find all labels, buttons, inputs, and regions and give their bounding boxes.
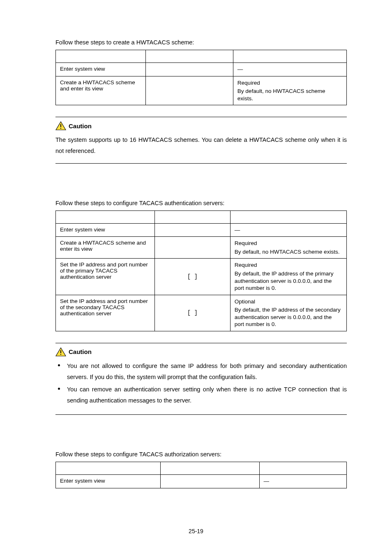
bracket: [ ]	[187, 273, 198, 280]
remark-line: Optional	[235, 298, 342, 305]
bullet-text: You can remove an authentication server …	[67, 386, 347, 404]
th-blank	[233, 50, 346, 63]
remark-line: By default, the IP address of the second…	[235, 306, 342, 328]
svg-rect-1	[60, 124, 61, 127]
cell-command	[146, 76, 233, 105]
bullet-dot-icon	[58, 364, 60, 366]
cell-command	[146, 63, 233, 76]
cell-desc: Create a HWTACACS scheme and enter its v…	[56, 76, 146, 105]
table-row: Enter system view —	[56, 475, 347, 488]
caution-icon	[55, 121, 66, 130]
cell-command	[160, 475, 259, 488]
caution-bullet-list: You are not allowed to configure the sam…	[55, 361, 347, 406]
table-row: Enter system view —	[56, 223, 347, 237]
cell-remark: —	[259, 475, 346, 488]
table-header-row	[56, 462, 347, 475]
cell-remark: Optional By default, the IP address of t…	[230, 295, 346, 331]
table-row: Enter system view —	[56, 63, 347, 76]
dash: —	[238, 66, 342, 73]
bullet-dot-icon	[58, 388, 60, 390]
caution-label: Caution	[69, 123, 92, 130]
table-row: Set the IP address and port number of th…	[56, 295, 347, 331]
cell-remark: Required By default, the IP address of t…	[230, 259, 346, 295]
bullet-item: You can remove an authentication server …	[55, 384, 347, 406]
bullet-item: You are not allowed to configure the sam…	[55, 361, 347, 383]
cell-remark: Required By default, no HWTACACS scheme …	[230, 237, 346, 259]
caution-icon	[55, 347, 66, 356]
th-blank	[146, 50, 233, 63]
cell-desc: Enter system view	[56, 223, 155, 237]
section3-intro: Follow these steps to configure TACACS a…	[55, 451, 347, 458]
section1-intro: Follow these steps to create a HWTACACS …	[55, 39, 347, 46]
remark-line: By default, no HWTACACS scheme exists.	[235, 248, 342, 256]
bullet-text: You are not allowed to configure the sam…	[67, 363, 347, 380]
cell-desc: Set the IP address and port number of th…	[56, 259, 155, 295]
remark-line: Required	[235, 240, 342, 247]
caution-label: Caution	[69, 348, 92, 355]
cell-command	[154, 237, 230, 259]
table-header-row	[56, 50, 347, 63]
cell-desc: Create a HWTACACS scheme and enter its v…	[56, 237, 155, 259]
caution-heading: Caution	[55, 347, 347, 356]
dash: —	[235, 227, 342, 234]
bracket: [ ]	[187, 310, 198, 316]
cell-command: [ ]	[154, 295, 230, 331]
table-row: Create a HWTACACS scheme and enter its v…	[56, 237, 347, 259]
section2-intro: Follow these steps to configure TACACS a…	[55, 200, 347, 206]
cell-desc: Enter system view	[56, 63, 146, 76]
svg-rect-2	[60, 128, 61, 129]
table-row: Set the IP address and port number of th…	[56, 259, 347, 295]
remark-line: Required	[235, 261, 342, 269]
cell-command: [ ]	[154, 259, 230, 295]
th-blank	[56, 210, 155, 223]
caution-block-2: Caution You are not allowed to configure…	[55, 343, 347, 415]
th-blank	[154, 210, 230, 223]
cell-desc: Enter system view	[56, 475, 161, 488]
caution-text: The system supports up to 16 HWTACACS sc…	[55, 134, 347, 157]
cell-remark: —	[230, 223, 346, 237]
table-auth-servers: Enter system view — Create a HWTACACS sc…	[55, 210, 347, 331]
remark-line: Required	[238, 79, 342, 87]
th-blank	[230, 210, 346, 223]
caution-heading: Caution	[55, 121, 347, 130]
th-blank	[160, 462, 259, 475]
th-blank	[56, 462, 161, 475]
caution-block-1: Caution The system supports up to 16 HWT…	[55, 117, 347, 164]
th-blank	[56, 50, 146, 63]
svg-rect-4	[60, 350, 61, 353]
table-header-row	[56, 210, 347, 223]
remark-line: By default, no HWTACACS scheme exists.	[238, 88, 342, 102]
remark-line: By default, the IP address of the primar…	[235, 270, 342, 292]
cell-command	[154, 223, 230, 237]
table-create-scheme: Enter system view — Create a HWTACACS sc…	[55, 50, 347, 105]
page-number: 25-19	[0, 528, 392, 534]
th-blank	[259, 462, 346, 475]
table-authz-servers: Enter system view —	[55, 462, 347, 488]
cell-remark: Required By default, no HWTACACS scheme …	[233, 76, 346, 105]
dash: —	[264, 478, 342, 485]
svg-rect-5	[60, 354, 61, 355]
cell-desc: Set the IP address and port number of th…	[56, 295, 155, 331]
table-row: Create a HWTACACS scheme and enter its v…	[56, 76, 347, 105]
cell-remark: —	[233, 63, 346, 76]
